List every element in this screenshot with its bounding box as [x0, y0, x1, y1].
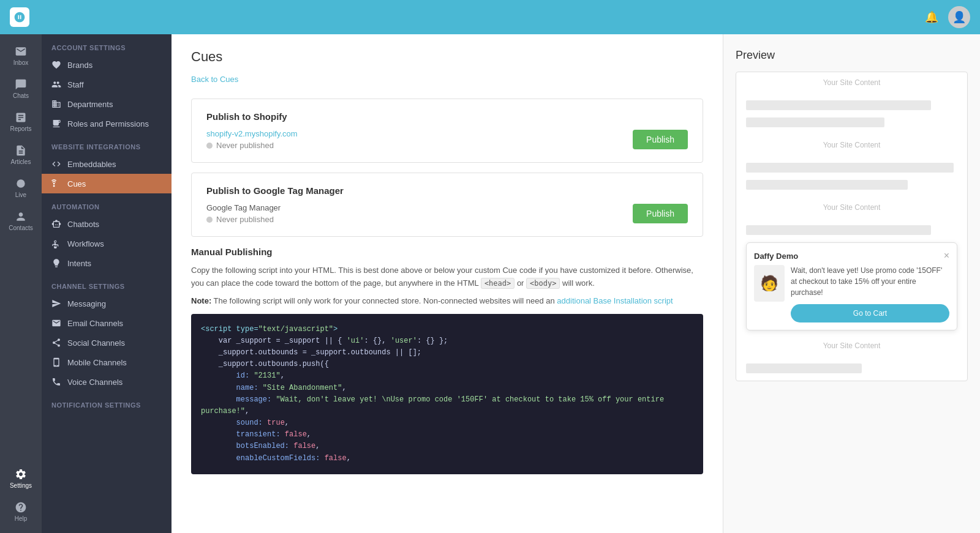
cue-popup-message: Wait, don't leave yet! Use promo code '1… [791, 265, 949, 298]
back-link[interactable]: Back to Cues [191, 75, 703, 84]
preview-content-label-4: Your Site Content [736, 335, 967, 356]
publish-gtm-card: Publish to Google Tag Manager Google Tag… [191, 173, 703, 237]
sidebar-item-settings[interactable]: Settings [10, 462, 32, 495]
publish-shopify-card: Publish to Shopify shopify-v2.myshopify.… [191, 99, 703, 163]
nav-item-brands[interactable]: Brands [42, 55, 172, 75]
preview-content-label-2: Your Site Content [736, 135, 967, 155]
nav-item-email-channels-label: Email Channels [67, 319, 123, 328]
nav-item-voice-channels-label: Voice Channels [67, 378, 123, 387]
preview-content-label-3: Your Site Content [736, 197, 967, 218]
nav-item-mobile-channels[interactable]: Mobile Channels [42, 352, 172, 372]
cue-popup-name: Daffy Demo [754, 252, 798, 261]
gtm-status-dot [206, 217, 213, 223]
section-title-automation: AUTOMATION [42, 193, 172, 214]
section-title-channel: CHANNEL SETTINGS [42, 273, 172, 294]
sidebar-item-chats[interactable]: Chats [0, 72, 42, 105]
gtm-status-text: Never published [216, 215, 274, 224]
nav-item-chatbots-label: Chatbots [67, 220, 99, 229]
sidebar-item-articles-label: Articles [11, 158, 31, 165]
cue-popup-close-icon[interactable]: × [944, 250, 949, 261]
preview-line-1 [746, 100, 931, 110]
sidebar-item-inbox-label: Inbox [13, 59, 28, 66]
notifications-bell-icon[interactable]: 🔔 [925, 10, 938, 24]
publish-shopify-left: shopify-v2.myshopify.com Never published [206, 129, 298, 150]
page-title: Cues [191, 49, 703, 65]
shopify-status: Never published [206, 141, 298, 150]
nav-item-staff-label: Staff [67, 80, 84, 89]
nav-item-voice-channels[interactable]: Voice Channels [42, 372, 172, 392]
app-logo[interactable] [10, 7, 29, 27]
preview-line-5 [746, 225, 931, 235]
nav-item-intents[interactable]: Intents [42, 253, 172, 273]
section-title-notifications: NOTIFICATION SETTINGS [42, 392, 172, 412]
sidebar-item-articles[interactable]: Articles [0, 138, 42, 171]
nav-item-cues[interactable]: Cues [42, 174, 172, 193]
nav-item-roles[interactable]: Roles and Permissions [42, 114, 172, 133]
user-avatar[interactable]: 👤 [948, 6, 970, 28]
nav-item-mobile-channels-label: Mobile Channels [67, 358, 127, 367]
cue-popup-body: 🧑 Wait, don't leave yet! Use promo code … [754, 265, 949, 322]
nav-item-staff[interactable]: Staff [42, 75, 172, 94]
publish-gtm-row: Google Tag Manager Never published Publi… [206, 203, 688, 224]
sidebar-item-inbox[interactable]: Inbox [0, 39, 42, 72]
nav-item-chatbots[interactable]: Chatbots [42, 214, 172, 234]
manual-publishing-desc: Copy the following script into your HTML… [191, 264, 703, 290]
nav-item-messaging[interactable]: Messaging [42, 294, 172, 313]
preview-panel: Preview Your Site Content Your Site Cont… [723, 34, 980, 533]
publish-gtm-button[interactable]: Publish [633, 204, 688, 223]
preview-title: Preview [736, 49, 968, 62]
sidebar-item-help[interactable]: Help [10, 495, 32, 528]
sidebar-item-contacts[interactable]: Contacts [0, 204, 42, 237]
nav-item-intents-label: Intents [67, 259, 91, 268]
nav-item-workflows[interactable]: Workflows [42, 234, 172, 253]
shopify-link[interactable]: shopify-v2.myshopify.com [206, 129, 298, 138]
publish-shopify-button[interactable]: Publish [633, 130, 688, 149]
sidebar-item-live[interactable]: Live [0, 171, 42, 204]
nav-item-departments-label: Departments [67, 100, 113, 109]
nav-item-brands-label: Brands [67, 61, 92, 70]
head-tag-code: <head> [481, 278, 514, 289]
publish-shopify-row: shopify-v2.myshopify.com Never published… [206, 129, 688, 150]
manual-publishing-note: Note: The following script will only wor… [191, 296, 703, 305]
preview-browser: Your Site Content Your Site Content Your… [736, 72, 968, 381]
cue-popup-avatar: 🧑 [754, 265, 785, 302]
preview-line-2 [746, 117, 884, 127]
top-nav-actions: 🔔 👤 [925, 6, 970, 28]
nav-item-workflows-label: Workflows [67, 239, 104, 248]
cue-popup-header: Daffy Demo × [754, 250, 949, 261]
sidebar-item-chats-label: Chats [13, 92, 29, 99]
nav-item-social-channels[interactable]: Social Channels [42, 333, 172, 352]
nav-item-social-channels-label: Social Channels [67, 338, 125, 348]
nav-item-email-channels[interactable]: Email Channels [42, 313, 172, 333]
preview-content-label-1: Your Site Content [736, 72, 967, 93]
sidebar-item-settings-label: Settings [10, 482, 32, 489]
sidebar-item-live-label: Live [15, 192, 26, 198]
shopify-status-dot [206, 143, 213, 149]
body-tag-code: <body> [526, 278, 560, 289]
top-navigation: 🔔 👤 [0, 0, 980, 34]
preview-cue-popup: Daffy Demo × 🧑 Wait, don't leave yet! Us… [746, 242, 957, 330]
nav-item-cues-label: Cues [67, 179, 86, 188]
cue-popup-cta-button[interactable]: Go to Cart [791, 304, 949, 322]
publish-gtm-left: Google Tag Manager Never published [206, 203, 281, 224]
base-installation-link[interactable]: additional Base Installation script [557, 296, 673, 305]
code-block: <script type="text/javascript"> var _sup… [191, 314, 703, 474]
sidebar-item-reports[interactable]: Reports [0, 105, 42, 138]
sidebar-item-contacts-label: Contacts [9, 225, 32, 231]
nav-item-embeddables[interactable]: Embeddables [42, 154, 172, 174]
icon-sidebar-bottom: Settings Help [10, 462, 32, 528]
settings-sidebar: ACCOUNT SETTINGS Brands Staff Department… [42, 34, 172, 533]
section-title-account: ACCOUNT SETTINGS [42, 34, 172, 55]
sidebar-item-help-label: Help [15, 515, 28, 522]
sidebar-item-reports-label: Reports [10, 125, 31, 132]
nav-item-embeddables-label: Embeddables [67, 160, 116, 169]
preview-line-4 [746, 180, 908, 190]
publish-shopify-title: Publish to Shopify [206, 111, 688, 122]
nav-item-departments[interactable]: Departments [42, 94, 172, 114]
gtm-integration-name: Google Tag Manager [206, 203, 281, 212]
nav-item-messaging-label: Messaging [67, 299, 106, 308]
preview-line-3 [746, 163, 954, 173]
cue-popup-text-area: Wait, don't leave yet! Use promo code '1… [791, 265, 949, 322]
manual-publishing-section: Manual Publishing Copy the following scr… [191, 247, 703, 474]
publish-gtm-title: Publish to Google Tag Manager [206, 185, 688, 196]
